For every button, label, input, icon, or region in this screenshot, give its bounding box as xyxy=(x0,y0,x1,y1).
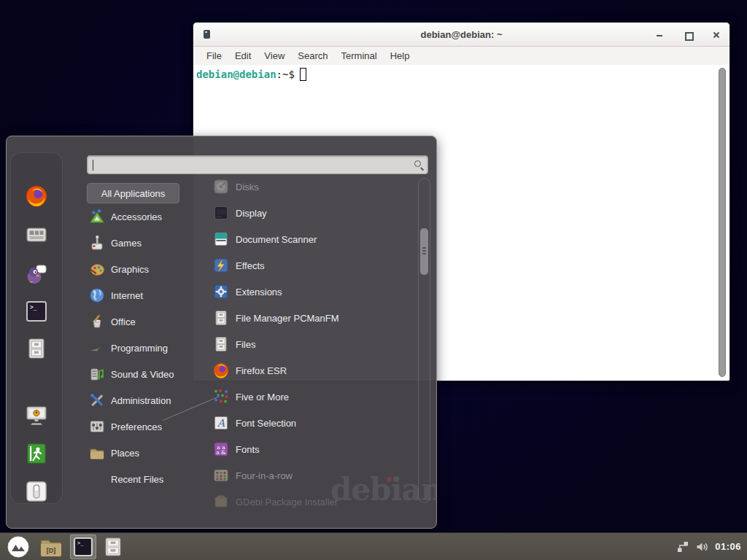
app-extensions[interactable]: Extensions xyxy=(212,279,414,305)
all-applications-label: All Applications xyxy=(101,188,165,199)
lock-screen-icon[interactable] xyxy=(25,404,48,427)
terminal-menubar: File Edit View Search Terminal Help xyxy=(193,47,729,65)
app-font-selection[interactable]: A Font Selection xyxy=(212,410,414,436)
internet-icon xyxy=(88,287,106,304)
file-manager-icon[interactable] xyxy=(25,337,48,360)
office-icon xyxy=(88,313,106,330)
application-list: Disks Display Document Scanner Effects E… xyxy=(212,174,414,515)
app-file-manager-pcmanfm[interactable]: File Manager PCManFM xyxy=(212,305,414,331)
menu-button[interactable] xyxy=(4,534,32,559)
folder-icon: [D] xyxy=(39,537,63,557)
system-tray: 01:06 xyxy=(676,540,741,553)
volume-icon[interactable] xyxy=(695,540,709,553)
terminal-scrollbar[interactable] xyxy=(719,68,726,377)
graphics-icon xyxy=(88,260,106,278)
app-firefox-esr[interactable]: Firefox ESR xyxy=(212,357,414,384)
category-places[interactable]: Places xyxy=(87,440,208,466)
terminal-scrollbar-track[interactable] xyxy=(717,68,727,377)
four-in-a-row-icon xyxy=(212,467,230,484)
category-sound-video[interactable]: Sound & Video xyxy=(87,361,208,387)
terminal-prompt: debian@debian:~$ xyxy=(196,68,306,81)
logout-icon[interactable] xyxy=(25,442,48,465)
svg-text:A: A xyxy=(217,417,225,429)
menu-file[interactable]: File xyxy=(200,48,228,63)
minimize-icon[interactable] xyxy=(655,31,664,39)
five-or-more-icon xyxy=(212,388,230,405)
search-icon xyxy=(414,160,421,167)
gdebi-icon xyxy=(212,493,230,510)
programming-icon xyxy=(88,339,106,357)
app-five-or-more[interactable]: Five or More xyxy=(212,384,414,410)
close-icon[interactable] xyxy=(712,31,721,39)
category-preferences[interactable]: Preferences xyxy=(87,413,208,440)
category-graphics[interactable]: Graphics xyxy=(87,256,208,282)
app-document-scanner[interactable]: Document Scanner xyxy=(212,226,414,252)
app-display[interactable]: Display xyxy=(212,200,414,226)
menu-scrollbar-track[interactable] xyxy=(418,178,430,503)
network-icon[interactable] xyxy=(676,540,689,553)
extensions-icon xyxy=(212,283,230,300)
category-games[interactable]: Games xyxy=(87,230,208,256)
menu-scrollbar[interactable] xyxy=(420,228,428,275)
accessories-icon xyxy=(88,208,106,225)
menu-search[interactable]: Search xyxy=(291,48,334,63)
svg-text:>_: >_ xyxy=(77,540,84,546)
menu-help[interactable]: Help xyxy=(384,48,417,63)
shutdown-icon[interactable] xyxy=(25,480,48,503)
terminal-icon: >_ xyxy=(73,537,93,557)
favorites-column: >_ xyxy=(10,152,63,504)
firefox-icon xyxy=(212,362,230,379)
file-manager-launcher[interactable] xyxy=(101,534,125,559)
category-internet[interactable]: Internet xyxy=(87,282,208,308)
display-icon xyxy=(212,204,230,222)
font-selection-icon: A xyxy=(212,414,230,432)
all-applications-button[interactable]: All Applications xyxy=(87,183,179,203)
category-accessories[interactable]: Accessories xyxy=(87,203,208,230)
svg-text:>_: >_ xyxy=(30,304,37,311)
terminal-task[interactable]: >_ xyxy=(70,534,96,559)
effects-icon xyxy=(212,257,230,274)
maximize-icon[interactable] xyxy=(684,31,692,39)
menu-terminal[interactable]: Terminal xyxy=(335,48,384,63)
file-manager-icon xyxy=(212,309,230,327)
pidgin-icon[interactable] xyxy=(25,262,48,286)
app-effects[interactable]: Effects xyxy=(212,252,414,279)
category-recent-files[interactable]: Recent Files xyxy=(87,466,208,492)
terminal-icon[interactable]: >_ xyxy=(25,300,48,323)
clock[interactable]: 01:06 xyxy=(715,541,741,552)
package-manager-icon[interactable] xyxy=(25,223,48,246)
svg-text:a &: a & xyxy=(216,449,226,456)
search-input[interactable] xyxy=(87,155,428,174)
category-programming[interactable]: Programming xyxy=(87,335,208,361)
places-icon xyxy=(88,444,106,462)
terminal-titlebar[interactable]: debian@debian: ~ xyxy=(193,23,729,47)
category-administration[interactable]: Administration xyxy=(87,387,208,413)
document-scanner-icon xyxy=(212,230,230,248)
app-files[interactable]: Files xyxy=(212,331,414,357)
menu-view[interactable]: View xyxy=(258,48,291,63)
app-fonts[interactable]: a aa & Fonts xyxy=(212,436,414,462)
firefox-icon[interactable] xyxy=(25,184,48,208)
menu-edit[interactable]: Edit xyxy=(228,48,258,63)
terminal-cursor xyxy=(300,68,306,81)
category-list: Accessories Games Graphics Internet Offi… xyxy=(87,203,208,492)
administration-icon xyxy=(88,392,106,409)
app-disks[interactable]: Disks xyxy=(212,174,414,200)
terminal-title: debian@debian: ~ xyxy=(193,29,729,40)
desktop: debian@debian: ~ File Edit View Search T… xyxy=(0,0,747,560)
taskbar: [D] >_ 01:06 xyxy=(0,532,747,560)
folder-launcher[interactable]: [D] xyxy=(36,534,66,559)
app-gdebi-package-installer[interactable]: GDebi Package Installer xyxy=(212,489,414,515)
preferences-icon xyxy=(88,418,106,435)
menu-button-icon xyxy=(7,536,29,558)
svg-text:[D]: [D] xyxy=(47,547,56,554)
app-four-in-a-row[interactable]: Four-in-a-row xyxy=(212,462,414,489)
application-menu: debian >_ xyxy=(6,136,437,529)
prompt-user-host: debian@debian xyxy=(196,69,276,80)
games-icon xyxy=(88,234,106,252)
files-icon xyxy=(212,335,230,353)
fonts-icon: a aa & xyxy=(212,440,230,458)
file-cabinet-icon xyxy=(104,537,123,557)
disks-icon xyxy=(212,178,230,195)
category-office[interactable]: Office xyxy=(87,308,208,335)
